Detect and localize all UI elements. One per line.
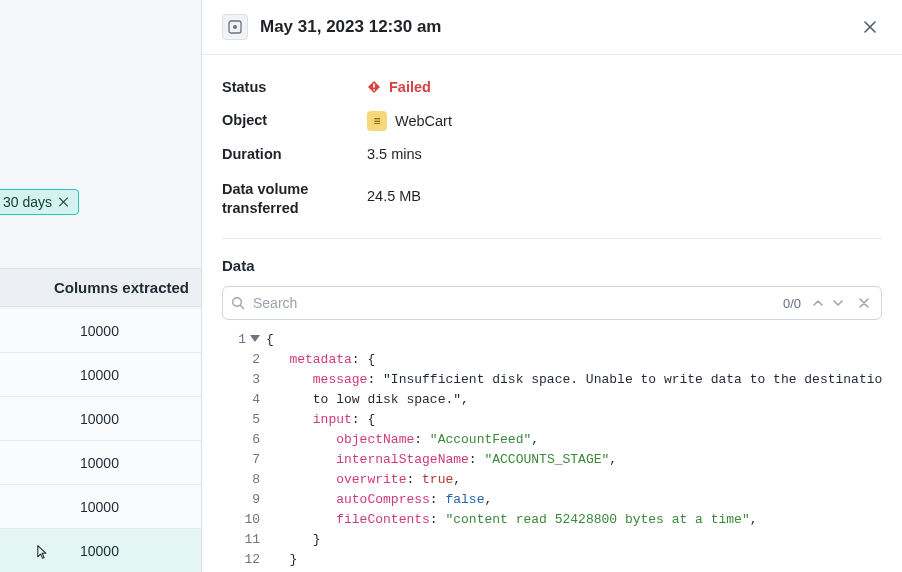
code-body: { metadata: { message: "Insufficient dis…: [266, 330, 882, 572]
run-icon: [222, 14, 248, 40]
status-value: Failed: [367, 79, 431, 95]
search-counter: 0/0: [783, 296, 801, 311]
column-header-columns-extracted[interactable]: Columns extracted: [0, 268, 201, 307]
volume-value: 24.5 MB: [367, 178, 421, 204]
search-next-button[interactable]: [829, 294, 847, 312]
close-icon: [859, 298, 869, 308]
background-table-fragment: 30 days Columns extracted 10000 10000 10…: [0, 0, 202, 572]
search-icon: [231, 296, 245, 310]
search-input[interactable]: [253, 295, 775, 311]
svg-rect-2: [373, 84, 375, 88]
duration-value: 3.5 mins: [367, 146, 422, 162]
volume-label: Data volume transferred: [222, 178, 367, 218]
search-clear-button[interactable]: [855, 294, 873, 312]
cursor-icon: [33, 543, 49, 561]
table-row[interactable]: 10000: [0, 529, 201, 572]
code-viewer[interactable]: 1 2 3 4 5 6 7 8 9 10 11 12 13 14 { metad…: [222, 330, 882, 572]
alert-icon: [367, 80, 381, 94]
svg-point-1: [233, 25, 237, 29]
panel-title: May 31, 2023 12:30 am: [260, 17, 846, 37]
filter-chip-30days[interactable]: 30 days: [0, 189, 79, 215]
run-detail-panel: May 31, 2023 12:30 am Status Failed: [202, 0, 902, 572]
chevron-up-icon: [813, 298, 823, 308]
close-button[interactable]: [858, 15, 882, 39]
table-row[interactable]: 10000: [0, 353, 201, 397]
search-bar[interactable]: 0/0: [222, 286, 882, 320]
object-value: ≡ WebCart: [367, 111, 452, 131]
line-gutter: 1 2 3 4 5 6 7 8 9 10 11 12 13 14: [222, 330, 266, 572]
chevron-down-icon: [833, 298, 843, 308]
status-label: Status: [222, 78, 367, 97]
svg-point-3: [373, 89, 375, 91]
fold-toggle-icon[interactable]: [250, 335, 260, 345]
filter-chip-label: 30 days: [3, 194, 52, 210]
object-label: Object: [222, 111, 367, 130]
duration-label: Duration: [222, 145, 367, 164]
close-icon: [863, 20, 877, 34]
data-heading: Data: [222, 257, 882, 274]
table-row[interactable]: 10000: [0, 485, 201, 529]
table-row[interactable]: 10000: [0, 309, 201, 353]
table-row[interactable]: 10000: [0, 397, 201, 441]
table-row[interactable]: 10000: [0, 441, 201, 485]
search-prev-button[interactable]: [809, 294, 827, 312]
database-icon: ≡: [367, 111, 387, 131]
close-icon[interactable]: [58, 196, 70, 208]
